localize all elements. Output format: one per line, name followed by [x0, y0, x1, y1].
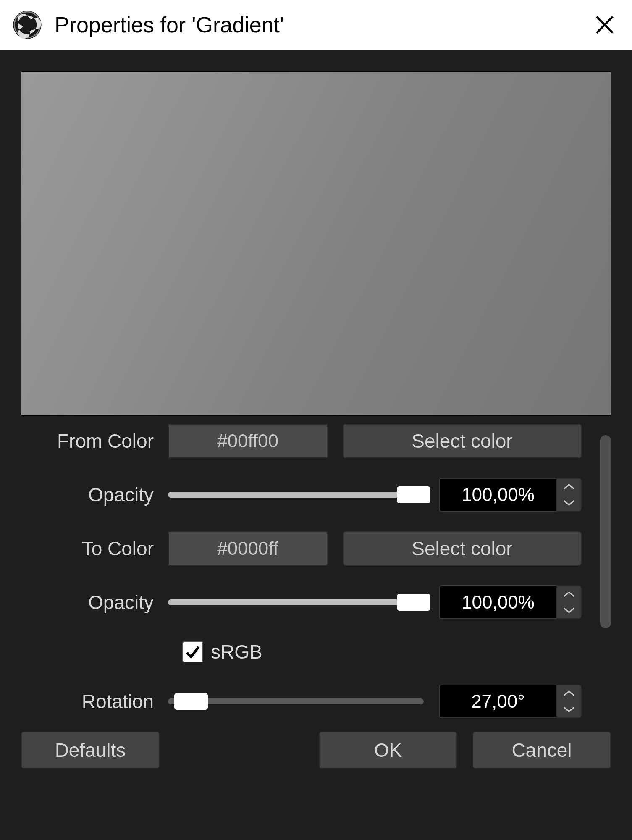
rotation-spinner: 27,00° [439, 685, 582, 718]
to-color-value: #0000ff [217, 538, 278, 559]
rotation-slider-thumb[interactable] [174, 693, 208, 710]
opacity1-label: Opacity [21, 483, 168, 506]
dialog-body: From Color #00ff00 Select color Opacity [0, 50, 632, 840]
opacity1-slider[interactable] [168, 492, 424, 498]
opacity1-value[interactable]: 100,00% [439, 478, 556, 512]
opacity2-row: Opacity 100,00% [21, 585, 582, 619]
defaults-button[interactable]: Defaults [21, 732, 160, 769]
srgb-label: sRGB [211, 640, 262, 663]
rotation-slider[interactable] [168, 698, 424, 704]
rotation-step-down[interactable] [557, 701, 581, 717]
check-icon [184, 643, 201, 660]
srgb-checkbox[interactable] [182, 641, 203, 662]
dialog-footer: Defaults OK Cancel [21, 732, 611, 769]
scrollbar-thumb[interactable] [600, 435, 611, 628]
to-select-color-button[interactable]: Select color [343, 531, 582, 566]
from-select-color-button[interactable]: Select color [343, 424, 582, 458]
from-color-value: #00ff00 [217, 430, 278, 452]
obs-icon [13, 10, 42, 39]
rotation-value[interactable]: 27,00° [439, 685, 556, 718]
properties-scrollbar[interactable] [600, 424, 611, 718]
window-title: Properties for 'Gradient' [55, 12, 590, 37]
opacity1-slider-thumb[interactable] [397, 486, 430, 503]
opacity2-value[interactable]: 100,00% [439, 585, 556, 619]
properties-panel: From Color #00ff00 Select color Opacity [21, 424, 611, 718]
opacity2-step-up[interactable] [557, 586, 581, 602]
chevron-down-icon [563, 499, 575, 507]
rotation-step-up[interactable] [557, 685, 581, 701]
chevron-up-icon [563, 591, 575, 598]
from-color-row: From Color #00ff00 Select color [21, 424, 582, 458]
close-icon [595, 15, 615, 35]
opacity2-label: Opacity [21, 591, 168, 614]
opacity2-slider-thumb[interactable] [397, 594, 430, 611]
gradient-preview [21, 71, 611, 416]
opacity1-spinner: 100,00% [439, 478, 582, 512]
opacity2-slider[interactable] [168, 599, 424, 605]
opacity1-step-down[interactable] [557, 495, 581, 511]
to-color-label: To Color [21, 537, 168, 560]
rotation-label: Rotation [21, 690, 168, 713]
opacity1-row: Opacity 100,00% [21, 478, 582, 512]
ok-button[interactable]: OK [319, 732, 457, 769]
from-color-swatch[interactable]: #00ff00 [168, 424, 328, 458]
cancel-button[interactable]: Cancel [472, 732, 611, 769]
rotation-row: Rotation 27,00° [21, 685, 582, 718]
chevron-up-icon [563, 690, 575, 697]
chevron-down-icon [563, 706, 575, 713]
to-color-row: To Color #0000ff Select color [21, 532, 582, 565]
opacity2-step-down[interactable] [557, 602, 581, 618]
close-button[interactable] [590, 10, 619, 39]
from-color-label: From Color [21, 430, 168, 452]
chevron-down-icon [563, 606, 575, 614]
titlebar: Properties for 'Gradient' [0, 0, 632, 50]
chevron-up-icon [563, 483, 575, 491]
to-color-swatch[interactable]: #0000ff [168, 531, 328, 566]
opacity1-step-up[interactable] [557, 479, 581, 495]
properties-dialog: Properties for 'Gradient' From Color #00… [0, 0, 632, 840]
properties-inner: From Color #00ff00 Select color Opacity [21, 424, 597, 718]
opacity2-spinner: 100,00% [439, 585, 582, 619]
srgb-row: sRGB [21, 639, 582, 664]
